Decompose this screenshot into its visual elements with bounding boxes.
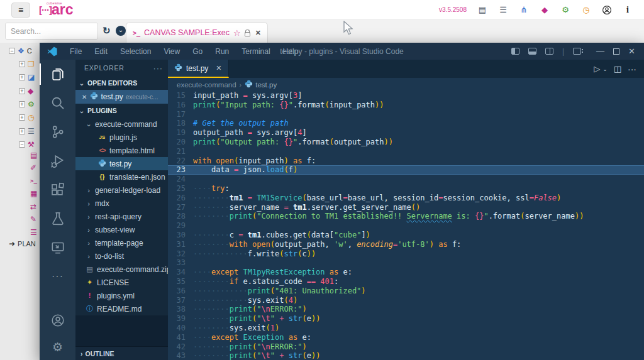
tree-node-table[interactable]: ▦ [30,188,37,199]
tree-node-plan[interactable]: ➜PLAN [9,238,36,249]
arc-tab-canvas-sample[interactable]: >_ CANVAS SAMPLE:Exec ☆ ✕ [126,22,268,43]
open-editor-test-py[interactable]: ✕ test.py execute-c... [75,90,168,104]
code-line-22[interactable]: 22with open(input_path) as f: [168,156,644,166]
unlock-icon[interactable] [245,32,250,36]
menu-view[interactable]: View [157,47,186,56]
code-line-26[interactable]: 26········tm1 = TM1Service(base_url=base… [168,194,644,203]
folder-rest-api-query[interactable]: ›rest-api-query [75,210,168,223]
favorite-star-icon[interactable]: ☆ [233,28,241,38]
code-line-27[interactable]: 27········server_name = tm1.server.get_s… [168,203,644,212]
code-line-16[interactable]: 16print("Input path: {}".format(input_pa… [168,101,644,110]
activity-settings-icon[interactable]: ⚙ [40,334,75,360]
menu-edit[interactable]: Edit [88,47,114,56]
clock-icon[interactable]: ◷ [581,5,591,14]
code-line-30[interactable]: 30········c = tm1.cubes.get(data["cube"]… [168,231,644,240]
code-line-15[interactable]: 15input_path = sys.argv[3] [168,91,644,101]
folder-mdx[interactable]: ›mdx [75,197,168,210]
activity-run-debug-icon[interactable] [40,146,75,175]
tree-node-tools[interactable]: −⚒ [19,139,35,150]
run-dropdown-chevron-icon[interactable]: ⌄ [602,66,608,72]
code-line-42[interactable]: 42········print("\nERROR:") [168,342,644,352]
open-editors-section[interactable]: ⌄ OPEN EDITORS [75,76,168,90]
code-line-23[interactable]: 23····data = json.load(f) [168,165,644,175]
tree-node-folder[interactable]: +❒ [19,58,35,70]
code-line-38[interactable]: 38········print("\nERROR:") [168,305,644,314]
folder-subset-view[interactable]: ›subset-view [75,223,168,236]
activity-more-icon[interactable]: ··· [40,262,75,291]
outline-section[interactable]: › OUTLINE [75,346,168,360]
menu-run[interactable]: Run [209,47,235,56]
code-line-37[interactable]: 37············sys.exit(4) [168,296,644,305]
info-icon[interactable]: i [623,5,633,15]
menu-file[interactable]: File [64,47,88,56]
activity-source-control-icon[interactable] [40,117,75,146]
plugins-section[interactable]: ⌄ PLUGINS [75,104,168,117]
menu-selection[interactable]: Selection [114,47,157,56]
vscode-titlebar[interactable]: FileEditSelectionViewGoRunTerminalHelp t… [40,43,644,60]
file-readme-md[interactable]: ⓘREADME.md [75,302,168,315]
refresh-icon[interactable]: ↻ [103,25,111,36]
split-editor-icon[interactable]: ◫ [614,64,621,74]
gears-icon[interactable]: ⚙ [560,5,570,14]
file-plugins-yml[interactable]: !plugins.yml [75,289,168,302]
code-line-31[interactable]: 31········with open(output_path, 'w', en… [168,240,644,249]
folder-to-do-list[interactable]: ›to-do-list [75,249,168,263]
expand-icon[interactable]: + [19,114,25,121]
arc-logo[interactable]: cubewise [···] arc [39,1,74,19]
activity-remote-explorer-icon[interactable] [40,233,75,262]
tree-node-pen[interactable]: ✎ [30,214,36,225]
breadcrumb-folder[interactable]: execute-command [177,81,236,89]
code-line-40[interactable]: 40········sys.exit(1) [168,324,644,333]
window-close-button[interactable]: ✕ [628,46,635,56]
code-line-41[interactable]: 41····except Exception as e: [168,333,644,342]
code-line-29[interactable]: 29 [168,221,644,231]
code-line-39[interactable]: 39········print("\t" + str(e)) [168,314,644,324]
tree-node-brush[interactable]: ✐ [30,162,36,173]
menu-go[interactable]: Go [186,47,209,56]
collapse-all-icon[interactable]: ⌄ [116,26,126,36]
expand-icon[interactable]: + [19,88,25,94]
activity-extensions-icon[interactable] [40,175,75,204]
code-line-32[interactable]: 32············f.write(str(c)) [168,249,644,259]
cube-icon[interactable]: ◆ [540,5,550,14]
toggle-panel-icon[interactable] [528,48,536,55]
list-icon[interactable]: ☰ [498,5,508,14]
code-line-17[interactable]: 17 [168,110,644,119]
menu-terminal[interactable]: Terminal [235,47,276,56]
file-test-py[interactable]: test.py [75,157,168,170]
code-line-20[interactable]: 20print("Output path: {}".format(output_… [168,138,644,147]
code-line-18[interactable]: 18# Get the output path [168,119,644,128]
arc-tab-close-icon[interactable]: ✕ [255,29,261,37]
tree-node-chores[interactable]: +◷ [19,112,34,123]
collapse-icon[interactable]: − [9,48,15,54]
user-icon[interactable] [602,5,612,15]
sitemap-icon[interactable]: ⋔ [519,5,529,14]
tree-node-database[interactable]: ▤ [30,150,37,161]
activity-testing-icon[interactable] [40,204,75,233]
file-template-html[interactable]: <>template.html [75,144,168,157]
code-editor[interactable]: 15input_path = sys.argv[3]16print("Input… [168,91,644,360]
expand-icon[interactable]: + [19,128,25,134]
tree-node-rows[interactable]: ☰ [30,227,37,238]
editor-more-actions-icon[interactable]: ··· [628,64,636,74]
tree-node-exchange[interactable]: ⇄ [30,201,36,212]
editor-tab-test-py[interactable]: test.py ✕ [168,60,229,78]
folder-execute-command[interactable]: ⌄execute-command [75,117,168,131]
activity-account-icon[interactable] [40,307,75,334]
code-line-43[interactable]: 43········print("\t" + str(e)) [168,351,644,360]
folder-template-page[interactable]: ›template-page [75,236,168,249]
tree-node-processes[interactable]: +⚙ [19,99,35,110]
maximize-button[interactable] [613,48,619,55]
breadcrumb[interactable]: execute-command › test.py [168,78,644,91]
id-card-icon[interactable]: ▤ [477,5,487,14]
breadcrumb-file[interactable]: test.py [255,81,277,89]
code-line-35[interactable]: 35········if e.status_code == 401: [168,277,644,286]
file-translate-en-json[interactable]: {}translate-en.json [75,170,168,183]
activity-explorer-icon[interactable] [40,60,75,89]
customize-layout-icon[interactable] [573,48,581,55]
code-line-19[interactable]: 19output_path = sys.argv[4] [168,128,644,138]
minimize-button[interactable]: — [596,46,604,56]
code-line-28[interactable]: 28········print("Connection to TM1 estab… [168,212,644,221]
code-line-33[interactable]: 33 [168,258,644,268]
close-editor-icon[interactable]: ✕ [82,94,87,101]
